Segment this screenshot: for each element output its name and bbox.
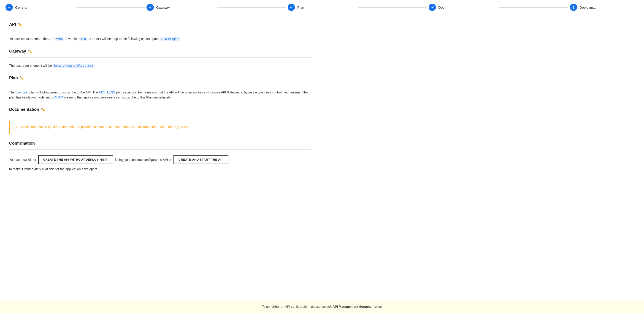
confirmation-divider xyxy=(9,150,311,150)
step-doc[interactable]: ✓ Doc xyxy=(429,4,497,11)
api-section: API ✏️ You are about to create the API d… xyxy=(9,22,311,42)
warning-message: No documentation provided, remember to p… xyxy=(21,125,190,129)
warning-icon: ⚠ xyxy=(15,125,18,130)
step-circle-plan: ✓ xyxy=(288,4,295,11)
step-connector-4 xyxy=(499,7,568,7)
step-general[interactable]: ✓ General xyxy=(6,4,74,11)
step-label-gateway: Gateway xyxy=(156,5,170,9)
gateway-section: Gateway ✏️ The upstream endpoint will be… xyxy=(9,49,311,68)
stepper: ✓ General ✓ Gateway ✓ Plan xyxy=(0,0,644,15)
create-and-start-button[interactable]: CREATE AND START THE API xyxy=(174,155,228,164)
confirmation-description: You can now either CREATE THE API WITHOU… xyxy=(9,155,311,172)
step-circle-doc: ✓ xyxy=(429,4,436,11)
step-circle-general: ✓ xyxy=(6,4,13,11)
api-edit-icon[interactable]: ✏️ xyxy=(18,22,22,27)
documentation-edit-icon[interactable]: ✏️ xyxy=(41,107,46,112)
gateway-section-title: Gateway ✏️ xyxy=(9,49,311,54)
gateway-description: The upstream endpoint will be http://www… xyxy=(9,63,311,68)
plan-section-title: Plan ✏️ xyxy=(9,76,311,80)
create-without-deploy-button[interactable]: CREATE THE API WITHOUT DEPLOYING IT xyxy=(38,155,113,164)
step-plan[interactable]: ✓ Plan xyxy=(288,4,356,11)
plan-edit-icon[interactable]: ✏️ xyxy=(20,76,24,80)
main-content: API ✏️ You are about to create the API d… xyxy=(0,15,320,187)
step-label-general: General xyxy=(15,5,27,9)
step-deployment[interactable]: 5 Deploym... xyxy=(570,4,638,11)
step-circle-deployment: 5 xyxy=(570,4,577,11)
confirmation-section-title: Confirmation xyxy=(9,141,311,146)
step-connector-1 xyxy=(76,7,145,7)
plan-divider xyxy=(9,84,311,84)
step-label-plan: Plan xyxy=(297,5,304,9)
step-label-deployment: Deploym... xyxy=(580,5,596,9)
api-description: You are about to create the API demo in … xyxy=(9,36,311,42)
step-label-doc: Doc xyxy=(438,5,444,9)
step-connector-3 xyxy=(358,7,427,7)
step-circle-gateway: ✓ xyxy=(146,4,154,11)
api-divider xyxy=(9,31,311,31)
step-connector-2 xyxy=(217,7,286,7)
step-gateway[interactable]: ✓ Gateway xyxy=(146,4,215,11)
api-section-title: API ✏️ xyxy=(9,22,311,27)
documentation-section: Documentation ✏️ ⚠ No documentation prov… xyxy=(9,107,311,134)
plan-description: The userlogin plan will allow users to s… xyxy=(9,90,311,100)
gateway-divider xyxy=(9,57,311,58)
documentation-section-title: Documentation ✏️ xyxy=(9,107,311,112)
plan-section: Plan ✏️ The userlogin plan will allow us… xyxy=(9,76,311,100)
confirmation-section: Confirmation You can now either CREATE T… xyxy=(9,141,311,172)
documentation-divider xyxy=(9,116,311,116)
documentation-warning: ⚠ No documentation provided, remember to… xyxy=(9,121,311,134)
gateway-edit-icon[interactable]: ✏️ xyxy=(28,49,32,53)
